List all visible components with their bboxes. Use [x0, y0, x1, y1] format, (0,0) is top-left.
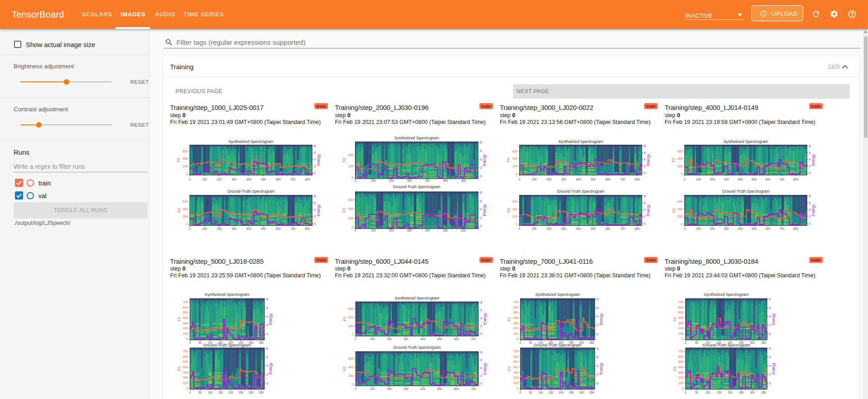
svg-text:300: 300	[561, 178, 566, 181]
svg-text:300: 300	[183, 322, 188, 325]
svg-text:4: 4	[314, 208, 316, 211]
svg-text:Energy: Energy	[482, 154, 487, 166]
svg-text:0: 0	[520, 391, 522, 394]
svg-text:700: 700	[779, 227, 784, 230]
svg-text:F0: F0	[177, 317, 181, 322]
svg-text:F0: F0	[507, 208, 511, 213]
svg-text:300: 300	[750, 341, 755, 344]
svg-text:0: 0	[597, 332, 599, 336]
svg-text:150: 150	[716, 391, 721, 394]
svg-text:400: 400	[678, 366, 683, 369]
svg-text:50: 50	[695, 341, 698, 344]
svg-text:200: 200	[228, 391, 233, 394]
svg-text:200: 200	[677, 215, 683, 218]
svg-text:4: 4	[480, 158, 482, 161]
svg-text:0: 0	[189, 391, 191, 394]
svg-text:600: 600	[765, 227, 770, 230]
svg-text:250: 250	[739, 391, 744, 394]
svg-text:300: 300	[513, 322, 519, 325]
svg-text:Energy: Energy	[811, 204, 816, 216]
svg-text:4: 4	[597, 364, 599, 367]
svg-text:700: 700	[183, 300, 188, 304]
svg-text:100: 100	[678, 381, 683, 385]
svg-text:200: 200	[546, 178, 551, 181]
svg-text:0: 0	[683, 178, 685, 181]
svg-text:2: 2	[769, 323, 771, 327]
svg-text:0: 0	[354, 179, 356, 182]
svg-text:150: 150	[218, 391, 223, 394]
svg-text:350: 350	[259, 341, 264, 344]
svg-text:Synthetized Spectrogram: Synthetized Spectrogram	[558, 139, 603, 144]
svg-text:200: 200	[678, 327, 683, 330]
svg-text:6: 6	[809, 151, 811, 154]
svg-text:350: 350	[761, 391, 766, 394]
svg-text:Energy: Energy	[646, 154, 650, 166]
svg-text:300: 300	[249, 391, 254, 394]
svg-text:2: 2	[644, 215, 646, 218]
svg-text:0: 0	[597, 382, 599, 385]
svg-text:200: 200	[183, 327, 188, 330]
svg-text:200: 200	[389, 229, 394, 232]
svg-text:100: 100	[538, 391, 543, 394]
svg-text:500: 500	[513, 311, 519, 314]
svg-text:400: 400	[183, 208, 188, 211]
svg-text:8: 8	[644, 144, 646, 147]
svg-text:250: 250	[238, 391, 243, 394]
svg-text:F0: F0	[671, 158, 676, 162]
svg-text:0: 0	[480, 224, 482, 228]
svg-text:500: 500	[183, 311, 188, 314]
svg-text:F0: F0	[671, 208, 676, 213]
svg-text:400: 400	[425, 179, 430, 182]
svg-text:200: 200	[546, 227, 551, 230]
svg-text:6: 6	[314, 151, 316, 154]
svg-text:100: 100	[202, 178, 207, 181]
svg-text:2: 2	[266, 373, 268, 376]
svg-text:8: 8	[644, 195, 646, 198]
svg-text:50: 50	[529, 391, 532, 394]
svg-text:Ground-Truth Spectrogram: Ground-Truth Spectrogram	[557, 189, 604, 194]
svg-text:6: 6	[480, 200, 482, 203]
svg-text:500: 500	[591, 227, 596, 230]
svg-text:400: 400	[247, 178, 251, 181]
svg-text:6: 6	[769, 306, 771, 309]
svg-text:500: 500	[443, 179, 448, 182]
svg-text:4: 4	[266, 315, 268, 318]
svg-text:700: 700	[471, 337, 476, 341]
svg-text:6: 6	[266, 356, 268, 359]
svg-text:500: 500	[443, 229, 448, 232]
svg-text:700: 700	[678, 350, 683, 353]
svg-text:600: 600	[461, 229, 466, 232]
svg-text:200: 200	[512, 215, 518, 218]
svg-text:0: 0	[682, 337, 683, 341]
svg-text:Energy: Energy	[599, 313, 603, 325]
svg-text:200: 200	[512, 165, 518, 168]
svg-text:600: 600	[765, 178, 770, 181]
svg-text:200: 200	[183, 376, 188, 379]
svg-text:100: 100	[678, 332, 683, 335]
svg-text:200: 200	[217, 227, 222, 230]
svg-text:400: 400	[576, 178, 581, 181]
svg-text:300: 300	[407, 179, 412, 182]
svg-text:200: 200	[183, 165, 188, 168]
svg-text:Ground-Truth Spectrogram: Ground-Truth Spectrogram	[534, 343, 581, 347]
svg-text:0: 0	[189, 341, 191, 344]
svg-text:700: 700	[290, 227, 295, 230]
svg-text:300: 300	[407, 229, 412, 232]
svg-text:Ground-Truth Spectrogram: Ground-Truth Spectrogram	[393, 345, 441, 350]
svg-text:0: 0	[684, 391, 686, 394]
svg-text:0: 0	[189, 227, 191, 230]
svg-text:0: 0	[682, 387, 683, 390]
svg-text:200: 200	[348, 165, 353, 168]
svg-text:300: 300	[678, 322, 683, 325]
svg-text:2: 2	[314, 215, 316, 218]
svg-text:300: 300	[232, 178, 237, 181]
svg-text:600: 600	[183, 150, 188, 153]
svg-text:0: 0	[189, 178, 191, 181]
svg-text:Energy: Energy	[316, 154, 321, 166]
svg-text:700: 700	[620, 227, 625, 230]
svg-text:700: 700	[779, 178, 784, 181]
svg-text:2: 2	[597, 323, 599, 327]
svg-text:200: 200	[348, 324, 354, 328]
svg-text:400: 400	[512, 208, 518, 211]
svg-text:100: 100	[371, 179, 376, 182]
